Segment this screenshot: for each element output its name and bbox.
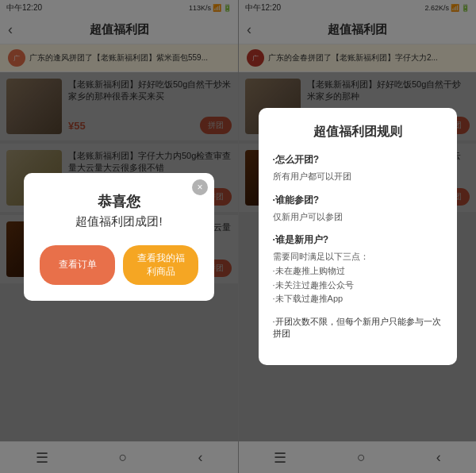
rules-a2: 仅新用户可以参团 <box>273 210 443 225</box>
modal-rules-title: 超值福利团规则 <box>273 124 443 140</box>
rules-q3: ·谁是新用户? <box>273 233 443 247</box>
rules-q1: ·怎么开团? <box>273 153 443 167</box>
overlay-right: 超值福利团规则 ·怎么开团? 所有用户都可以开团 ·谁能参团? 仅新用户可以参团… <box>239 0 476 473</box>
overlay-left: × 恭喜您 超值福利团成团! 查看订单 查看我的福利商品 <box>0 0 238 473</box>
modal-buttons: 查看订单 查看我的福利商品 <box>40 245 198 285</box>
view-welfare-button[interactable]: 查看我的福利商品 <box>123 245 198 285</box>
rules-a3: 需要同时满足以下三点： ·未在趣推上购物过 ·未关注过趣推公众号 ·未下载过趣推… <box>273 250 443 306</box>
rules-section-1: ·怎么开团? 所有用户都可以开团 <box>273 153 443 184</box>
rules-section-2: ·谁能参团? 仅新用户可以参团 <box>273 194 443 225</box>
rules-q2: ·谁能参团? <box>273 194 443 207</box>
modal-subtitle: 超值福利团成团! <box>40 214 198 229</box>
modal-success: × 恭喜您 超值福利团成团! 查看订单 查看我的福利商品 <box>24 173 214 301</box>
close-button[interactable]: × <box>192 179 208 195</box>
modal-rules: 超值福利团规则 ·怎么开团? 所有用户都可以开团 ·谁能参团? 仅新用户可以参团… <box>259 108 457 365</box>
rules-section-3: ·谁是新用户? 需要同时满足以下三点： ·未在趣推上购物过 ·未关注过趣推公众号… <box>273 233 443 306</box>
rules-a1: 所有用户都可以开团 <box>273 170 443 184</box>
phone-left: 中午12:20 113K/s 📶 🔋 ‹ 超值福利团 广 广东的逢风拼团了【老账… <box>0 0 238 473</box>
modal-congrats: 恭喜您 <box>40 192 198 211</box>
rules-section-4: ·开团次数不限，但每个新用户只能参与一次拼团 <box>273 316 443 340</box>
phone-right: 中午12:20 2.62K/s 📶 🔋 ‹ 超值福利团 广 广东的金春拼团了【老… <box>238 0 476 473</box>
rules-q4: ·开团次数不限，但每个新用户只能参与一次拼团 <box>273 316 443 340</box>
view-order-button[interactable]: 查看订单 <box>40 245 115 285</box>
